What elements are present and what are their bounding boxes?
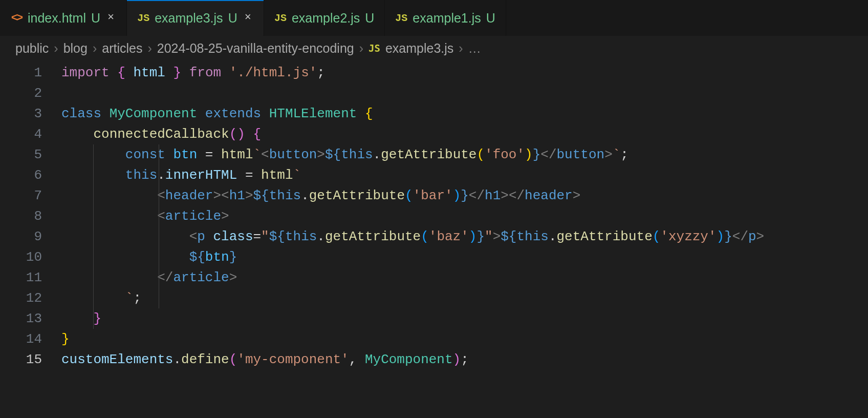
code-line[interactable]: connectedCallback() { [61,124,868,144]
line-number: 15 [0,349,42,370]
code-content[interactable]: import { html } from './html.js';class M… [61,62,868,370]
indent-guide [93,226,94,247]
code-line[interactable]: <article> [61,206,868,226]
code-token: } [461,188,469,203]
code-token: 'baz' [429,229,469,244]
code-token: ) [525,147,533,162]
line-number: 11 [0,267,42,288]
code-line[interactable]: class MyComponent extends HTMLElement { [61,103,868,124]
line-number: 3 [0,103,42,124]
code-token: ${ [253,188,269,203]
code-line[interactable]: customElements.define('my-component', My… [61,349,868,370]
code-token: ( [476,147,485,162]
code-line[interactable]: } [61,329,868,349]
line-number: 1 [0,62,42,83]
code-token: html [133,65,165,80]
code-token: > [573,188,581,203]
breadcrumb-segment[interactable]: public [15,41,49,56]
breadcrumb-segment[interactable]: articles [102,41,142,56]
code-token: , [349,352,365,367]
code-token: ; [133,290,141,306]
breadcrumb-file[interactable]: example3.js [385,41,453,56]
tab-example2-js[interactable]: JSexample2.jsU [264,0,385,36]
indent-guide [93,308,94,329]
code-token: from [181,65,229,80]
indent-guide [93,288,94,308]
js-file-icon: JS [274,12,287,24]
tab-example1-js[interactable]: JSexample1.jsU [385,0,506,36]
code-line[interactable]: const btn = html`<button>${this.getAttri… [61,144,868,165]
code-token: MyComponent [365,352,453,367]
chevron-right-icon: › [359,41,363,56]
breadcrumb-segment[interactable]: blog [63,41,88,56]
line-number: 13 [0,308,42,329]
code-token: ( [653,229,661,244]
js-file-icon: JS [368,43,380,54]
code-line[interactable]: this.innerHTML = html` [61,165,868,185]
code-token: h1 [485,188,501,203]
code-line[interactable]: import { html } from './html.js'; [61,62,868,83]
code-token: this [125,168,157,183]
code-line[interactable] [61,83,868,103]
code-token: = [237,168,261,183]
tab-index-html[interactable]: <>index.htmlU× [0,0,127,36]
code-line[interactable]: <header><h1>${this.getAttribute('bar')}<… [61,185,868,206]
code-token [61,229,189,244]
close-icon[interactable]: × [105,11,116,25]
code-token: 'xyzzy' [660,229,716,244]
code-token: button [557,147,605,162]
git-status-badge: U [365,11,374,26]
code-token: getAttribute [381,147,476,162]
code-token: </ [157,270,173,285]
indent-guide [93,165,94,185]
code-token: header [525,188,573,203]
code-token: innerHTML [165,168,237,183]
code-token: getAttribute [309,188,405,203]
code-line[interactable]: `; [61,288,868,308]
line-number: 14 [0,329,42,349]
code-token: ) [453,188,461,203]
code-token: ${ [325,147,341,162]
git-status-badge: U [228,11,237,26]
code-token: ) [717,229,725,244]
line-number: 8 [0,206,42,226]
close-icon[interactable]: × [243,11,253,25]
code-token: this [341,147,373,162]
code-token: p [748,229,756,244]
code-token: define [181,352,229,367]
code-token: btn [173,147,197,162]
code-token: ) [469,229,477,244]
code-token: 'bar' [413,188,453,203]
code-token: 'foo' [485,147,525,162]
code-token: " [261,229,269,244]
breadcrumb-segment[interactable]: 2024-08-25-vanilla-entity-encoding [157,41,354,56]
code-token: header [165,188,213,203]
code-line[interactable]: } [61,308,868,329]
tab-label: index.html [28,11,86,26]
code-token: } [61,331,70,347]
tab-example3-js[interactable]: JSexample3.jsU× [127,0,264,36]
code-token: class [61,106,110,121]
code-token: > [229,270,237,285]
code-token: ></ [501,188,525,203]
code-line[interactable]: ${btn} [61,247,868,267]
code-token: { [365,106,373,121]
js-file-icon: JS [137,12,149,24]
line-number: 9 [0,226,42,247]
code-token: ; [620,147,628,162]
code-token: html [221,147,253,162]
breadcrumb-more[interactable]: … [468,41,481,56]
code-token: } [533,147,541,162]
code-token: " [485,229,493,244]
line-number: 7 [0,185,42,206]
code-token: this [269,188,301,203]
code-token [61,127,93,142]
code-editor[interactable]: 123456789101112131415 import { html } fr… [0,60,868,370]
code-token: ${ [189,249,205,265]
code-token: { [117,65,133,80]
code-token: ( [405,188,413,203]
line-number-gutter: 123456789101112131415 [0,62,61,370]
code-line[interactable]: </article> [61,267,868,288]
code-token: article [165,208,221,224]
code-line[interactable]: <p class="${this.getAttribute('baz')}">$… [61,226,868,247]
